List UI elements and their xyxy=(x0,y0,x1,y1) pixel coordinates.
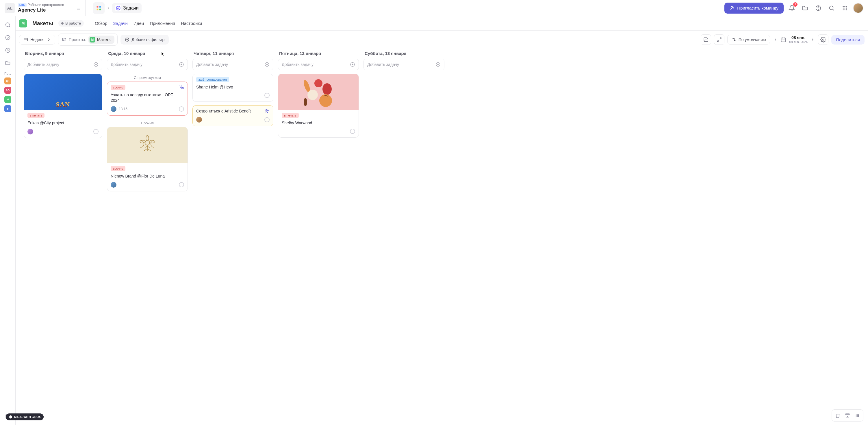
task-card[interactable]: срочноNienow Brand @Flor De Luna xyxy=(107,127,188,191)
apps-button[interactable] xyxy=(840,3,850,13)
sidebar-search[interactable] xyxy=(3,20,13,30)
svg-point-81 xyxy=(857,414,858,415)
assignee-avatar[interactable] xyxy=(27,129,33,134)
expand-button[interactable] xyxy=(714,34,724,45)
project-status[interactable]: В работе xyxy=(58,20,84,27)
task-card[interactable]: в печатьShelby Warwood xyxy=(278,74,359,138)
breadcrumb-tasks[interactable]: Задачи xyxy=(112,3,142,13)
assignee-avatar[interactable] xyxy=(196,117,202,123)
subnav-apps[interactable]: Приложения xyxy=(150,20,175,27)
assignee-avatar[interactable] xyxy=(111,182,117,188)
column-header: Вторник, 9 января xyxy=(24,49,102,59)
add-task-input[interactable]: Добавить задачу xyxy=(107,59,188,70)
toolbar: Неделя Проекты: М Макеты Добавить фильтр xyxy=(16,31,868,49)
task-card[interactable]: ждёт согласованияShane Helm @Heyo xyxy=(192,74,273,102)
filter-group: Проекты: М Макеты xyxy=(58,34,118,46)
svg-point-65 xyxy=(266,110,267,111)
svg-rect-79 xyxy=(845,414,849,415)
svg-point-35 xyxy=(63,40,64,41)
add-task-input[interactable]: Добавить задачу xyxy=(364,59,444,70)
task-card[interactable]: срочноУзнать по поводу выставки LOPF 202… xyxy=(107,82,188,116)
topbar: AL LITE Рабочее пространство Agency Lite xyxy=(0,0,868,16)
help-button[interactable] xyxy=(813,3,824,13)
task-card[interactable]: SANв печатьErikas @City project xyxy=(24,74,102,138)
subnav-tasks[interactable]: Задачи xyxy=(113,20,127,27)
add-task-input[interactable]: Добавить задачу xyxy=(24,59,102,70)
sidebar-icon-1[interactable] xyxy=(3,32,13,43)
svg-point-86 xyxy=(856,416,857,417)
sidebar-icon-2[interactable] xyxy=(3,45,13,56)
add-task-input[interactable]: Добавить задачу xyxy=(192,59,273,70)
subnav-overview[interactable]: Обзор xyxy=(95,20,107,27)
people-icon xyxy=(265,109,270,114)
invite-team-button[interactable]: Пригласить команду xyxy=(724,3,784,13)
svg-point-72 xyxy=(322,83,332,95)
sidebar-folder[interactable] xyxy=(3,58,13,68)
archive-button[interactable] xyxy=(843,412,851,420)
view-settings-button[interactable] xyxy=(818,34,829,45)
save-view-button[interactable] xyxy=(701,34,711,45)
sort-selector[interactable]: По умолчанию xyxy=(727,35,770,44)
chevron-right-icon xyxy=(106,6,111,10)
calendar-icon[interactable] xyxy=(780,37,786,42)
task-complete-checkbox[interactable] xyxy=(179,107,184,112)
sidebar-avatar-3[interactable]: Б xyxy=(4,105,11,112)
task-complete-checkbox[interactable] xyxy=(350,129,355,134)
task-complete-checkbox[interactable] xyxy=(265,93,270,98)
sidebar-avatar-1[interactable]: АБ xyxy=(4,87,11,94)
task-title: Erikas @City project xyxy=(27,120,98,126)
task-complete-checkbox[interactable] xyxy=(93,129,98,134)
task-title: Shelby Warwood xyxy=(282,120,355,126)
column: Пятница, 12 январяДобавить задачув печат… xyxy=(276,49,361,422)
workspace-menu-icon[interactable] xyxy=(76,5,81,11)
svg-point-37 xyxy=(65,38,66,39)
column: Четверг, 11 январяДобавить задачуждёт со… xyxy=(190,49,276,422)
task-complete-checkbox[interactable] xyxy=(265,117,270,122)
week-selector[interactable]: Неделя xyxy=(19,35,55,44)
svg-point-23 xyxy=(846,9,847,10)
svg-line-25 xyxy=(9,26,10,27)
notifications-button[interactable]: 5 xyxy=(786,3,797,13)
project-filter-chip[interactable]: М Макеты xyxy=(88,36,115,44)
phone-icon xyxy=(180,85,184,89)
add-filter-button[interactable]: Добавить фильтр xyxy=(121,35,169,44)
subnav-settings[interactable]: Настройки xyxy=(181,20,202,27)
svg-point-66 xyxy=(267,110,269,111)
trash-button[interactable] xyxy=(834,412,842,420)
assignee-avatar[interactable] xyxy=(111,106,117,112)
svg-point-88 xyxy=(858,416,859,417)
workspace-badge: AL xyxy=(5,3,15,13)
apps-grid-button[interactable] xyxy=(93,2,104,14)
sidebar-avatar-2[interactable]: М xyxy=(4,96,11,103)
card-image xyxy=(278,74,359,110)
svg-point-59 xyxy=(146,135,149,141)
filter-settings-icon[interactable] xyxy=(61,37,66,42)
add-task-input[interactable]: Добавить задачу xyxy=(278,59,359,70)
chevron-right-icon xyxy=(47,38,51,42)
svg-line-41 xyxy=(719,38,721,39)
workspace-switcher[interactable]: AL LITE Рабочее пространство Agency Lite xyxy=(5,0,86,16)
column-header: Среда, 10 января xyxy=(107,49,188,59)
column-header: Пятница, 12 января xyxy=(278,49,359,59)
share-button[interactable]: Поделиться xyxy=(831,35,865,44)
sidebar-avatar-0[interactable]: ДК xyxy=(4,78,11,84)
task-title: Nienow Brand @Flor De Luna xyxy=(111,174,184,179)
svg-point-84 xyxy=(857,415,858,416)
task-time: 13:15 xyxy=(119,107,127,111)
svg-point-24 xyxy=(5,23,9,27)
card-image: SAN xyxy=(24,74,102,110)
user-avatar[interactable] xyxy=(853,3,863,13)
folder-button[interactable] xyxy=(800,3,810,13)
date-prev-button[interactable] xyxy=(773,37,778,42)
task-card[interactable]: Созвониться с Aristide Benoît xyxy=(192,105,273,126)
svg-point-22 xyxy=(844,9,845,10)
svg-rect-30 xyxy=(24,38,27,41)
task-tag: срочно xyxy=(111,85,125,90)
date-next-button[interactable] xyxy=(810,37,815,42)
subnav-ideas[interactable]: Идеи xyxy=(133,20,144,27)
grid-button[interactable] xyxy=(853,412,861,420)
task-complete-checkbox[interactable] xyxy=(179,182,184,187)
breadcrumb-page-label: Задачи xyxy=(123,5,139,11)
search-button[interactable] xyxy=(827,3,837,13)
task-title: Shane Helm @Heyo xyxy=(196,84,270,90)
